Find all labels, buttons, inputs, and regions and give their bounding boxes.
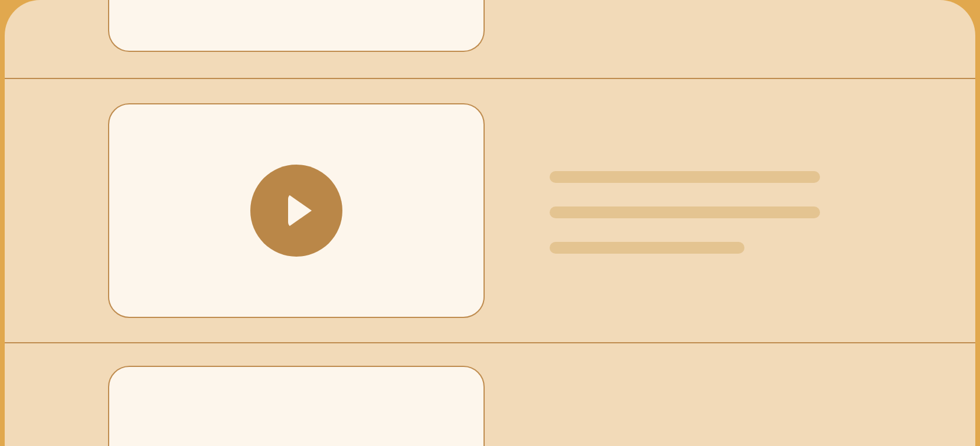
thumbnail-card[interactable] xyxy=(108,366,485,446)
item-description xyxy=(550,168,820,254)
list-row xyxy=(5,79,975,343)
list-row xyxy=(5,0,975,79)
thumbnail-card[interactable] xyxy=(108,0,485,52)
play-icon xyxy=(288,194,312,227)
play-button[interactable] xyxy=(250,165,342,257)
text-placeholder-line xyxy=(550,206,820,218)
text-placeholder-line xyxy=(550,171,820,183)
video-thumbnail-card[interactable] xyxy=(108,103,485,318)
list-row xyxy=(5,343,975,446)
text-placeholder-line xyxy=(550,242,744,254)
app-window xyxy=(5,0,975,446)
